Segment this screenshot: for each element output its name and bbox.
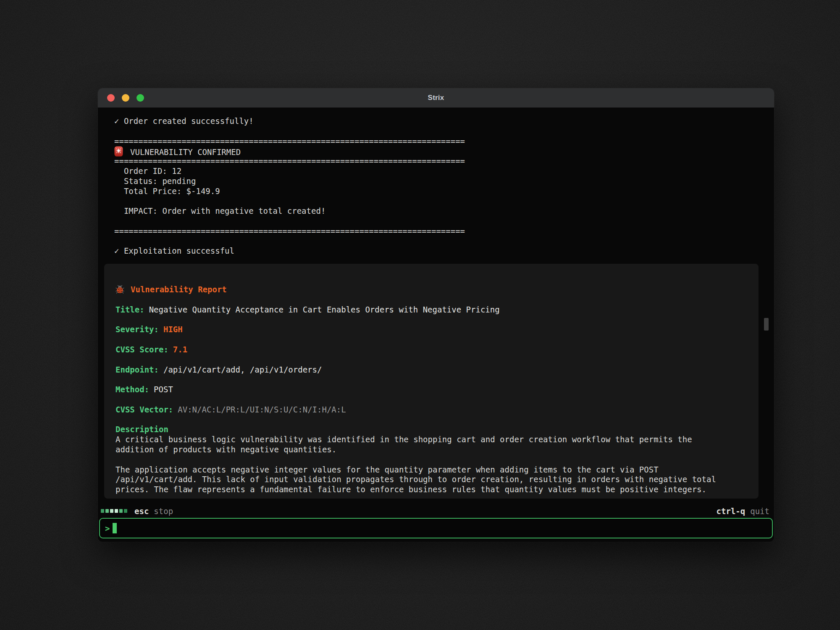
separator-line: ========================================…	[98, 136, 774, 147]
titlebar: Strix	[98, 88, 774, 108]
blank-line	[116, 375, 747, 385]
field-value: /api/v1/cart/add, /api/v1/orders/	[163, 365, 322, 374]
bug-icon	[116, 285, 124, 296]
report-title: Vulnerability Report	[131, 285, 227, 294]
prompt-symbol: >	[105, 524, 110, 533]
log-line-total-price: Total Price: $-149.9	[98, 186, 774, 197]
field-title: Title:Negative Quantity Acceptance in Ca…	[116, 305, 747, 315]
blank-line	[116, 455, 747, 465]
log-line-exploitation: ✓ Exploitation successful	[98, 246, 774, 256]
description-text: /api/v1/cart/add. This lack of input val…	[116, 475, 747, 485]
esc-key-hint: esc	[134, 507, 149, 516]
blank-line	[116, 415, 747, 425]
field-value: Negative Quantity Acceptance in Cart Ena…	[149, 305, 500, 314]
field-cvss-score: CVSS Score:7.1	[116, 345, 747, 355]
field-endpoint: Endpoint:/api/v1/cart/add, /api/v1/order…	[116, 365, 747, 375]
log-line-order-id: Order ID: 12	[98, 166, 774, 176]
strix-window: Strix ✓ Order created successfully! ====…	[98, 88, 774, 542]
description-text: A critical business logic vulnerability …	[116, 435, 747, 445]
activity-spinner	[101, 509, 127, 513]
traffic-lights	[102, 88, 144, 108]
maximize-button[interactable]	[136, 94, 144, 102]
cvss-score-value: 7.1	[173, 345, 187, 354]
separator-line: ========================================…	[98, 156, 774, 166]
separator-line: ========================================…	[98, 226, 774, 236]
blank-line	[98, 196, 774, 206]
status-left: esc stop	[101, 507, 173, 516]
field-label: Title:	[116, 305, 144, 314]
field-label: CVSS Score:	[116, 345, 168, 354]
blank-line	[98, 236, 774, 247]
field-value: AV:N/AC:L/PR:L/UI:N/S:U/C:N/I:H/A:L	[178, 405, 346, 414]
command-input[interactable]: >	[99, 518, 773, 538]
blank-line	[98, 216, 774, 226]
field-label: Method:	[116, 385, 149, 394]
severity-badge: HIGH	[163, 325, 183, 334]
description-text: The application accepts negative integer…	[116, 465, 747, 475]
status-right: ctrl-q quit	[717, 507, 769, 516]
log-line-impact: IMPACT: Order with negative total create…	[98, 206, 774, 216]
text-cursor	[113, 523, 117, 533]
vulnerability-report-panel: Vulnerability Report Title:Negative Quan…	[104, 264, 759, 499]
blank-line	[98, 126, 774, 136]
terminal-output: ✓ Order created successfully! ==========…	[98, 108, 774, 504]
field-label: CVSS Vector:	[116, 405, 173, 414]
blank-line	[116, 295, 747, 305]
log-line-status: Status: pending	[98, 176, 774, 186]
log-line-order-created: ✓ Order created successfully!	[98, 116, 774, 126]
description-text: prices. The flaw represents a fundamenta…	[116, 485, 747, 495]
field-value: POST	[154, 385, 173, 394]
close-button[interactable]	[107, 94, 115, 102]
quit-action-label: quit	[750, 507, 769, 516]
field-severity: Severity:HIGH	[116, 325, 747, 335]
banner-label: VULNERABILITY CONFIRMED	[130, 147, 241, 157]
blank-line	[116, 335, 747, 345]
report-header-line: Vulnerability Report	[116, 285, 747, 295]
minimize-button[interactable]	[122, 94, 129, 102]
blank-line	[116, 315, 747, 325]
field-label: Severity:	[116, 325, 159, 334]
blank-line	[116, 355, 747, 365]
blank-line	[116, 395, 747, 405]
description-heading: Description	[116, 425, 747, 435]
window-title: Strix	[428, 94, 444, 102]
log-line-banner: VULNERABILITY CONFIRMED	[98, 146, 774, 156]
ctrl-q-key-hint: ctrl-q	[717, 507, 746, 516]
field-method: Method:POST	[116, 385, 747, 395]
status-bar: esc stop ctrl-q quit	[98, 505, 774, 517]
desktop-background: Strix ✓ Order created successfully! ====…	[0, 0, 840, 630]
field-cvss-vector: CVSS Vector:AV:N/AC:L/PR:L/UI:N/S:U/C:N/…	[116, 405, 747, 415]
scrollbar-thumb[interactable]	[764, 318, 769, 331]
field-label: Endpoint:	[116, 365, 159, 374]
description-text: addition of products with negative quant…	[116, 445, 747, 455]
stop-action-label: stop	[154, 507, 173, 516]
